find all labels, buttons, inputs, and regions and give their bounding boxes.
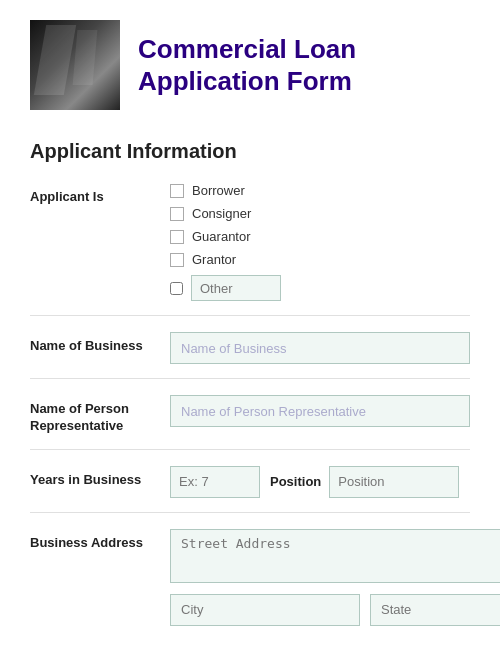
other-row [170,275,470,301]
name-of-business-field [170,332,470,364]
city-input[interactable] [170,594,360,626]
years-label: Years in Business [30,466,170,489]
divider-3 [30,449,470,450]
years-position-row: Years in Business Position [30,466,470,498]
position-label: Position [270,474,321,489]
header: Commercial Loan Application Form [30,20,470,110]
business-address-label: Business Address [30,529,170,552]
inline-fields-group: Position [170,466,470,498]
business-address-fields [170,529,500,626]
state-input[interactable] [370,594,500,626]
name-of-business-row: Name of Business [30,332,470,364]
divider-1 [30,315,470,316]
name-of-business-input[interactable] [170,332,470,364]
business-address-row: Business Address [30,529,470,626]
checkbox-consigner[interactable]: Consigner [170,206,470,221]
person-rep-row: Name of Person Representative [30,395,470,435]
city-state-row [170,594,500,626]
other-checkbox[interactable] [170,282,183,295]
borrower-checkbox[interactable] [170,184,184,198]
checkbox-grantor[interactable]: Grantor [170,252,470,267]
grantor-label[interactable]: Grantor [192,252,236,267]
guarantor-checkbox[interactable] [170,230,184,244]
guarantor-label[interactable]: Guarantor [192,229,251,244]
consigner-label[interactable]: Consigner [192,206,251,221]
position-input[interactable] [329,466,459,498]
other-text-input[interactable] [191,275,281,301]
section-title: Applicant Information [30,140,470,167]
applicant-section: Applicant Information Applicant Is Borro… [30,140,470,626]
applicant-is-row: Applicant Is Borrower Consigner Guaranto… [30,183,470,301]
consigner-checkbox[interactable] [170,207,184,221]
name-of-business-label: Name of Business [30,332,170,355]
divider-4 [30,512,470,513]
street-address-input[interactable] [170,529,500,583]
form-title: Commercial Loan Application Form [138,33,356,98]
applicant-is-label: Applicant Is [30,183,170,206]
divider-2 [30,378,470,379]
building-image [30,20,120,110]
checkbox-borrower[interactable]: Borrower [170,183,470,198]
years-input[interactable] [170,466,260,498]
position-group: Position [270,466,459,498]
person-rep-label: Name of Person Representative [30,395,170,435]
page: Commercial Loan Application Form Applica… [0,0,500,648]
applicant-checkboxes: Borrower Consigner Guarantor Grantor [170,183,470,301]
person-rep-input[interactable] [170,395,470,427]
checkbox-group: Borrower Consigner Guarantor Grantor [170,183,470,301]
checkbox-guarantor[interactable]: Guarantor [170,229,470,244]
borrower-label[interactable]: Borrower [192,183,245,198]
person-rep-field [170,395,470,427]
years-position-fields: Position [170,466,470,498]
grantor-checkbox[interactable] [170,253,184,267]
